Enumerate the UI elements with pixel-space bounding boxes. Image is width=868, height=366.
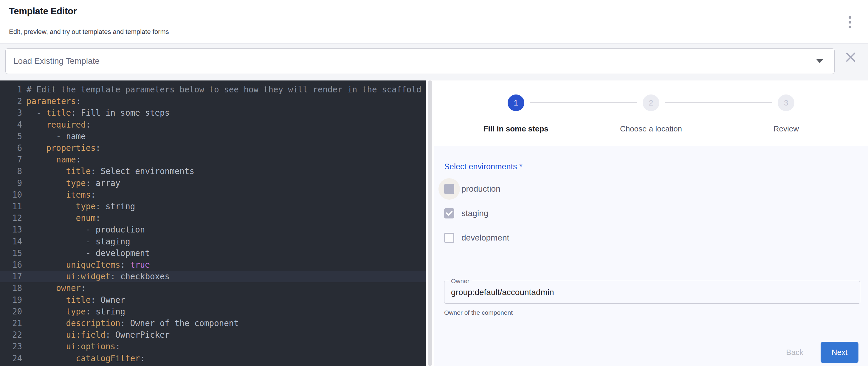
code-text: - staging [22, 236, 130, 247]
checkbox-label[interactable]: development [461, 233, 509, 243]
line-number: 23 [0, 341, 22, 352]
code-line[interactable]: 11 type: string [0, 201, 426, 212]
code-line[interactable]: 4 required: [0, 119, 426, 130]
code-token: title [66, 166, 91, 176]
code-token: - [27, 225, 96, 234]
code-line[interactable]: 24 catalogFilter: [0, 353, 426, 364]
code-token: : [86, 120, 91, 129]
code-token: - [27, 131, 66, 141]
code-text: # Edit the template parameters below to … [22, 84, 422, 95]
code-token: parameters [27, 96, 76, 106]
checkbox-label[interactable]: production [461, 184, 500, 194]
kebab-menu-icon[interactable] [847, 15, 852, 30]
wizard-footer: Back Next [779, 342, 859, 363]
checkbox-row-staging[interactable]: staging [444, 208, 860, 218]
code-line[interactable]: 15 - development [0, 247, 426, 259]
line-number: 17 [0, 271, 22, 282]
code-text: - development [22, 247, 150, 259]
checkbox-label[interactable]: staging [461, 209, 488, 218]
line-number: 24 [0, 353, 22, 364]
code-text: type: string [22, 306, 125, 317]
kebab-dot [848, 26, 851, 28]
code-text: ui:widget: checkboxes [22, 271, 169, 282]
line-number: 5 [0, 130, 22, 142]
checkbox-checked-icon[interactable] [444, 184, 454, 194]
group-label-text: Select environments [444, 162, 517, 171]
code-token: development [96, 248, 150, 258]
code-line[interactable]: 22 ui:field: OwnerPicker [0, 329, 426, 341]
code-token: items [66, 190, 91, 200]
code-line[interactable]: 7 name: [0, 154, 426, 165]
next-button[interactable]: Next [820, 342, 859, 363]
code-line[interactable]: 3 - title: Fill in some steps [0, 107, 426, 119]
code-token [27, 178, 66, 188]
code-token: name [56, 155, 76, 164]
checkbox-checked-icon[interactable] [444, 208, 454, 218]
back-button[interactable]: Back [779, 344, 810, 361]
owner-field-value[interactable]: group:default/accountadmin [451, 287, 854, 297]
code-text: enum: [22, 212, 100, 224]
code-token: # Edit the template parameters below to … [27, 85, 422, 94]
code-text: parameters: [22, 95, 81, 107]
line-number: 20 [0, 306, 22, 317]
code-line[interactable]: 13 - production [0, 224, 426, 236]
code-line[interactable]: 2parameters: [0, 95, 426, 107]
code-token: - [27, 108, 46, 117]
code-token: : [91, 166, 100, 176]
line-number: 8 [0, 165, 22, 177]
code-line[interactable]: 9 type: array [0, 177, 426, 189]
code-token: Select environments [100, 166, 194, 176]
line-number: 21 [0, 317, 22, 329]
checkbox-unchecked-icon[interactable] [444, 233, 454, 243]
toolbar: Load Existing Template [0, 43, 868, 81]
code-token: checkboxes [120, 272, 170, 281]
code-token: true [130, 260, 150, 269]
code-line[interactable]: 5 - name [0, 130, 426, 142]
kebab-dot [848, 21, 851, 24]
code-line[interactable]: 19 title: Owner [0, 294, 426, 306]
checkbox-row-production[interactable]: production [444, 184, 860, 194]
code-line[interactable]: 8 title: Select environments [0, 165, 426, 177]
code-token [27, 213, 76, 223]
owner-field[interactable]: Owner group:default/accountadmin [444, 281, 860, 304]
code-line[interactable]: 20 type: string [0, 306, 426, 317]
code-token: catalogFilter [76, 354, 140, 363]
code-token [27, 166, 66, 176]
code-token: title [66, 295, 91, 305]
stepper-step-fill-in-some-steps: 1Fill in some steps [448, 94, 583, 133]
code-token: : [110, 272, 120, 281]
pane-resize-handle[interactable] [428, 81, 432, 366]
code-line[interactable]: 6 properties: [0, 142, 426, 154]
code-line[interactable]: 14 - staging [0, 236, 426, 247]
code-line[interactable]: 17 ui:widget: checkboxes [0, 271, 426, 282]
owner-helper-text: Owner of the component [444, 309, 860, 316]
stepper-connector [530, 102, 637, 103]
code-token: string [105, 202, 135, 211]
line-number: 14 [0, 236, 22, 247]
code-line[interactable]: 10 items: [0, 189, 426, 201]
code-token: production [96, 225, 145, 234]
code-text: properties: [22, 142, 100, 154]
checkbox-row-development[interactable]: development [444, 233, 860, 243]
code-line[interactable]: 12 enum: [0, 212, 426, 224]
line-number: 4 [0, 119, 22, 130]
code-editor-pane[interactable]: 1# Edit the template parameters below to… [0, 81, 426, 366]
code-token: : [91, 295, 100, 305]
code-line[interactable]: 21 description: Owner of the component [0, 317, 426, 329]
line-number: 22 [0, 329, 22, 341]
code-text: type: string [22, 201, 135, 212]
code-token: ui:widget [66, 272, 110, 281]
code-line[interactable]: 18 owner: [0, 282, 426, 294]
code-token [27, 190, 66, 200]
code-line[interactable]: 23 ui:options: [0, 341, 426, 352]
close-icon[interactable] [843, 50, 858, 64]
code-token [27, 260, 66, 269]
code-token: type [66, 307, 86, 316]
code-line[interactable]: 1# Edit the template parameters below to… [0, 84, 426, 95]
select-environments-label: Select environments * [444, 162, 860, 172]
stepper-step-review: 3Review [719, 94, 854, 133]
code-text: - title: Fill in some steps [22, 107, 169, 119]
load-existing-template-select[interactable]: Load Existing Template [5, 48, 835, 74]
line-number: 16 [0, 259, 22, 271]
code-line[interactable]: 16 uniqueItems: true [0, 259, 426, 271]
